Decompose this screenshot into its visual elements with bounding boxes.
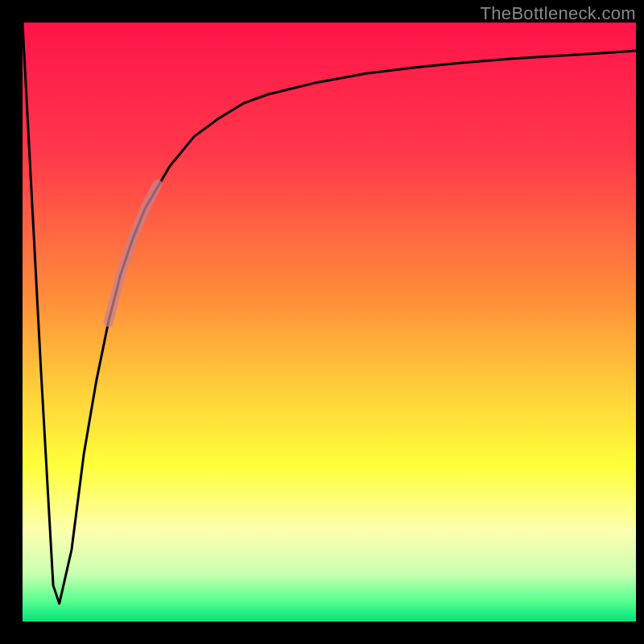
chart-container: TheBottleneck.com [0,0,644,644]
chart-svg [0,0,644,644]
plot-area [23,23,636,621]
